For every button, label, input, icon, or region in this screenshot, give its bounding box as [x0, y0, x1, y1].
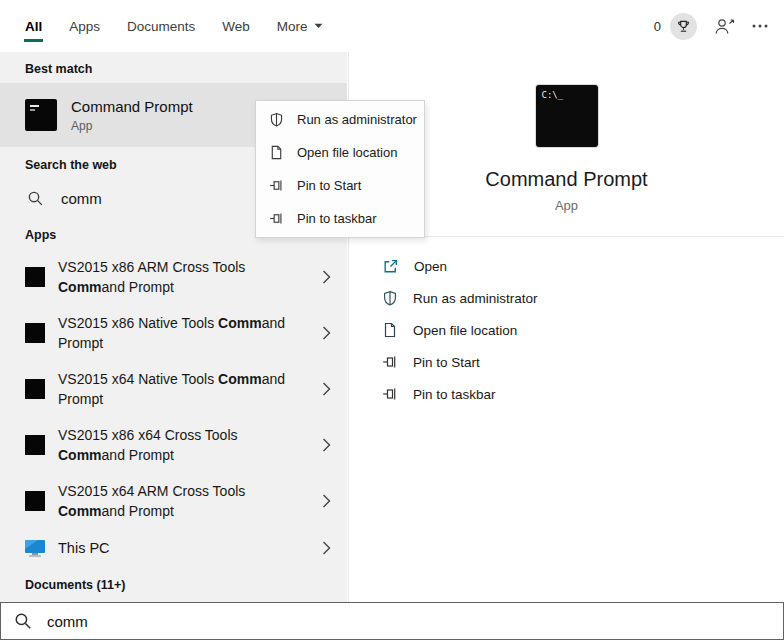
- topbar-actions: 0: [654, 13, 768, 40]
- action-pin-to-start[interactable]: Pin to Start: [349, 346, 784, 378]
- action-run-as-administrator[interactable]: Run as administrator: [349, 282, 784, 314]
- rewards-trophy-icon[interactable]: [670, 13, 697, 40]
- chevron-right-icon[interactable]: [322, 326, 331, 341]
- menu-item-label: Pin to taskbar: [297, 211, 377, 226]
- app-result-vs2015-x64-native[interactable]: VS2015 x64 Native Tools Command Prompt: [0, 361, 347, 417]
- app-result-vs2015-x64-arm[interactable]: VS2015 x64 ARM Cross Tools Command Promp…: [0, 473, 347, 529]
- action-pin-to-taskbar[interactable]: Pin to taskbar: [349, 378, 784, 410]
- app-result-vs2015-x86-arm[interactable]: VS2015 x86 ARM Cross Tools Command Promp…: [0, 249, 347, 305]
- computer-icon: [24, 538, 46, 558]
- action-open[interactable]: Open: [349, 250, 784, 282]
- context-menu-item-open-file-location[interactable]: Open file location: [256, 136, 424, 169]
- feedback-person-icon[interactable]: [714, 18, 735, 35]
- best-match-subtitle: App: [71, 119, 193, 133]
- search-bar: [0, 602, 784, 640]
- pin-icon: [382, 386, 398, 402]
- search-icon: [14, 612, 32, 630]
- app-name: VS2015 x64 Native Tools Command Prompt: [58, 369, 304, 409]
- action-label: Pin to Start: [413, 355, 480, 370]
- section-header-documents: Documents (11+): [0, 567, 347, 599]
- cmd-icon-glyph: C:\_: [542, 90, 564, 100]
- document-icon: [382, 322, 398, 338]
- caret-down-icon: [314, 23, 323, 29]
- chevron-right-icon[interactable]: [322, 494, 331, 509]
- topbar: All Apps Documents Web More 0: [0, 0, 784, 52]
- search-input[interactable]: [47, 613, 783, 630]
- menu-item-label: Pin to Start: [297, 178, 361, 193]
- app-name: VS2015 x64 ARM Cross Tools Command Promp…: [58, 481, 304, 521]
- pin-icon: [269, 211, 284, 226]
- action-label: Run as administrator: [413, 291, 538, 306]
- open-icon: [382, 258, 399, 275]
- chevron-right-icon[interactable]: [322, 438, 331, 453]
- context-menu: Run as administrator Open file location …: [255, 100, 425, 238]
- app-result-vs2015-x86-x64-cross[interactable]: VS2015 x86 x64 Cross Tools Command Promp…: [0, 417, 347, 473]
- chevron-right-icon[interactable]: [322, 382, 331, 397]
- tab-apps[interactable]: Apps: [69, 19, 100, 34]
- app-icon: [25, 379, 45, 399]
- chevron-right-icon[interactable]: [322, 541, 331, 556]
- document-icon: [269, 145, 284, 160]
- context-menu-item-pin-to-taskbar[interactable]: Pin to taskbar: [256, 202, 424, 235]
- section-header-best-match: Best match: [0, 52, 347, 83]
- menu-item-label: Run as administrator: [297, 112, 417, 127]
- tab-apps-label: Apps: [69, 19, 100, 34]
- app-name: VS2015 x86 ARM Cross Tools Command Promp…: [58, 257, 304, 297]
- tab-web-label: Web: [222, 19, 250, 34]
- app-icon: [25, 491, 45, 511]
- rewards-points: 0: [654, 19, 661, 34]
- this-pc-item[interactable]: This PC: [0, 529, 347, 567]
- tab-documents-label: Documents: [127, 19, 195, 34]
- app-name: VS2015 x86 x64 Cross Tools Command Promp…: [58, 425, 304, 465]
- app-icon: [25, 435, 45, 455]
- app-icon: [25, 267, 45, 287]
- app-result-vs2015-x86-native[interactable]: VS2015 x86 Native Tools Command Prompt: [0, 305, 347, 361]
- action-label: Open file location: [413, 323, 517, 338]
- app-name: VS2015 x86 Native Tools Command Prompt: [58, 313, 304, 353]
- tab-web[interactable]: Web: [222, 19, 250, 34]
- context-menu-item-run-as-administrator[interactable]: Run as administrator: [256, 103, 424, 136]
- best-match-text: Command Prompt App: [71, 98, 193, 133]
- preview-actions: Open Run as administrator: [349, 250, 784, 410]
- pin-icon: [382, 354, 398, 370]
- windows-search-flyout: All Apps Documents Web More 0: [0, 0, 784, 640]
- tab-all[interactable]: All: [25, 19, 42, 34]
- shield-icon: [382, 290, 398, 306]
- shield-icon: [269, 112, 284, 127]
- app-icon: [25, 323, 45, 343]
- tab-more[interactable]: More: [277, 19, 323, 34]
- tab-more-label: More: [277, 19, 308, 34]
- tab-all-label: All: [25, 19, 42, 34]
- more-options-icon[interactable]: [752, 24, 768, 28]
- action-label: Pin to taskbar: [413, 387, 496, 402]
- search-filter-tabs: All Apps Documents Web More: [25, 19, 323, 34]
- cmd-app-large-icon: C:\_: [536, 85, 598, 147]
- action-label: Open: [414, 259, 447, 274]
- this-pc-label: This PC: [58, 540, 110, 556]
- tab-documents[interactable]: Documents: [127, 19, 195, 34]
- action-open-file-location[interactable]: Open file location: [349, 314, 784, 346]
- cmd-icon: [25, 99, 57, 131]
- chevron-right-icon[interactable]: [322, 270, 331, 285]
- context-menu-item-pin-to-start[interactable]: Pin to Start: [256, 169, 424, 202]
- best-match-title: Command Prompt: [71, 98, 193, 115]
- menu-item-label: Open file location: [297, 145, 397, 160]
- search-icon: [27, 190, 44, 207]
- web-suggestion-text: comm: [61, 190, 102, 207]
- pin-icon: [269, 178, 284, 193]
